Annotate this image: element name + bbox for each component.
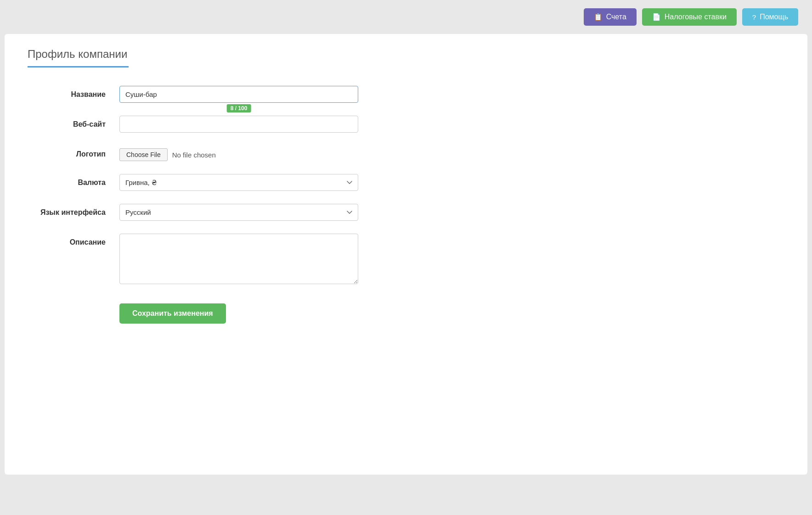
- tax-label: Налоговые ставки: [665, 13, 727, 21]
- accounts-button[interactable]: 📋 Счета: [584, 8, 637, 26]
- currency-field-wrap: Гривна, ₴ Доллар, $ Евро, €: [119, 174, 358, 191]
- char-counter: 8 / 100: [227, 104, 251, 112]
- name-input[interactable]: [119, 86, 358, 103]
- language-label: Язык интерфейса: [28, 204, 119, 217]
- logo-label: Логотип: [28, 146, 119, 158]
- description-label: Описание: [28, 234, 119, 246]
- company-profile-form: Название 8 / 100 Веб-сайт Логотип Choose…: [28, 86, 441, 286]
- choose-file-button[interactable]: Choose File: [119, 148, 168, 161]
- logo-row: Логотип Choose File No file chosen: [28, 146, 441, 161]
- accounts-label: Счета: [606, 13, 626, 21]
- website-input[interactable]: [119, 116, 358, 133]
- language-row: Язык интерфейса Русский English Українсь…: [28, 204, 441, 221]
- save-button[interactable]: Сохранить изменения: [119, 303, 226, 324]
- tax-icon: 📄: [652, 13, 661, 21]
- no-file-text: No file chosen: [172, 151, 216, 159]
- currency-label: Валюта: [28, 174, 119, 187]
- website-field-wrap: [119, 116, 358, 133]
- main-card: Профиль компании Название 8 / 100 Веб-са…: [5, 34, 807, 475]
- description-row: Описание: [28, 234, 441, 286]
- language-select[interactable]: Русский English Українська: [119, 204, 358, 221]
- top-bar: 📋 Счета 📄 Налоговые ставки ? Помощь: [0, 0, 812, 34]
- help-label: Помощь: [760, 13, 788, 21]
- language-field-wrap: Русский English Українська: [119, 204, 358, 221]
- description-field-wrap: [119, 234, 358, 286]
- help-icon: ?: [752, 13, 756, 21]
- website-label: Веб-сайт: [28, 116, 119, 129]
- website-row: Веб-сайт: [28, 116, 441, 133]
- name-label: Название: [28, 86, 119, 99]
- name-row: Название 8 / 100: [28, 86, 441, 103]
- logo-field-wrap: Choose File No file chosen: [119, 146, 358, 161]
- currency-row: Валюта Гривна, ₴ Доллар, $ Евро, €: [28, 174, 441, 191]
- tax-rates-button[interactable]: 📄 Налоговые ставки: [642, 8, 737, 26]
- name-field-wrap: 8 / 100: [119, 86, 358, 103]
- accounts-icon: 📋: [594, 13, 603, 21]
- help-button[interactable]: ? Помощь: [742, 8, 798, 26]
- page-title: Профиль компании: [28, 48, 784, 61]
- title-divider: [28, 66, 129, 67]
- currency-select[interactable]: Гривна, ₴ Доллар, $ Евро, €: [119, 174, 358, 191]
- description-textarea[interactable]: [119, 234, 358, 284]
